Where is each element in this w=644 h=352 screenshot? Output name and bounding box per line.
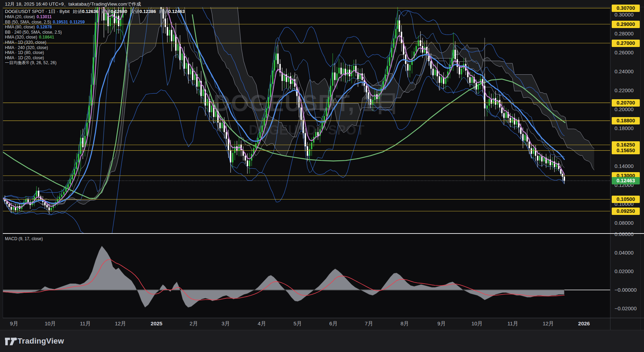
ohlc-value: 0.12680 bbox=[111, 9, 127, 14]
footer-bar: TradingView bbox=[0, 330, 644, 352]
time-label-month: 2月 bbox=[183, 318, 204, 329]
time-label-month: 9月 bbox=[431, 318, 452, 329]
time-label-month: 12月 bbox=[538, 318, 559, 329]
indicator-value: 0.19531 bbox=[53, 20, 68, 25]
ohlc-label: 高値 bbox=[101, 9, 111, 14]
indicator-label: HMA · 240 (320, close) bbox=[5, 45, 48, 50]
indicator-value: 0.18641 bbox=[39, 35, 54, 40]
price-level-badge: 0.20700 bbox=[612, 99, 640, 107]
indicator-label: 一目均衡表® (9, 26, 52, 26) bbox=[5, 60, 57, 65]
time-label-year: 2026 bbox=[573, 318, 595, 329]
macd-tick: 0.04000 bbox=[615, 250, 633, 256]
ohlc-value: 0.12463 bbox=[168, 9, 185, 14]
symbol-title: DOGEUSDT SPOT · 1日 · Bybit bbox=[5, 9, 69, 14]
price-axis[interactable]: 0.300000.280000.260000.240000.220000.200… bbox=[610, 0, 644, 330]
price-tick: 0.22000 bbox=[615, 87, 633, 94]
time-label-month: 5月 bbox=[287, 318, 308, 329]
indicator-value: 0.11259 bbox=[70, 20, 85, 25]
ohlc-label: 安値 bbox=[130, 9, 139, 14]
indicator-label: HMA · 1D (320, close) bbox=[5, 40, 46, 45]
time-label-year: 2025 bbox=[146, 318, 167, 329]
macd-legend-label[interactable]: MACD (9, 17, close) bbox=[5, 236, 43, 241]
price-level-badge: 0.10500 bbox=[612, 196, 640, 203]
legend-indicator-row[interactable]: BB (50, SMA, close, 2.5)0.195310.11259 bbox=[5, 20, 185, 25]
time-label-month: 10月 bbox=[466, 318, 487, 329]
time-label-month: 7月 bbox=[358, 318, 379, 329]
time-label-month: 12月 bbox=[110, 318, 131, 329]
time-label-month: 11月 bbox=[75, 318, 96, 329]
price-level-badge: 0.15650 bbox=[612, 147, 640, 154]
indicator-label: HMA (80, close) bbox=[5, 25, 35, 29]
legend-indicator-row[interactable]: HMA · 1D (80, close) bbox=[5, 50, 185, 55]
time-label-month: 8月 bbox=[394, 318, 415, 329]
price-level-badge: 0.09250 bbox=[612, 208, 640, 215]
indicator-label: HMA (320, close) bbox=[5, 35, 37, 40]
price-level-badge: 0.18800 bbox=[612, 117, 640, 124]
time-label-month: 10月 bbox=[40, 318, 61, 329]
price-tick: 0.20000 bbox=[615, 106, 633, 113]
legend-indicator-row[interactable]: HMA (80, close)0.12878 bbox=[5, 25, 185, 30]
price-tick: 0.28000 bbox=[615, 31, 633, 37]
ohlc-value: 0.12386 bbox=[139, 9, 156, 14]
legend-indicator-row[interactable]: HMA (320, close)0.18641 bbox=[5, 35, 185, 40]
tradingview-logo-icon[interactable] bbox=[4, 336, 18, 348]
indicator-label: BB · 240 (50, SMA, close, 2.5) bbox=[5, 30, 62, 35]
price-tick: 0.24000 bbox=[615, 68, 633, 75]
last-price-badge: 0.12463 bbox=[612, 177, 640, 184]
ohlc-label: 始値 bbox=[73, 9, 82, 14]
time-label-month: 9月 bbox=[4, 318, 25, 329]
price-level-badge: 0.29000 bbox=[612, 21, 640, 28]
price-level-badge: 0.30700 bbox=[612, 5, 640, 12]
price-tick: 0.18000 bbox=[615, 125, 633, 131]
indicator-label: HMA · 1D (80, close) bbox=[5, 50, 44, 55]
symbol-ohlc-row[interactable]: DOGEUSDT SPOT · 1日 · Bybit始値0.12636高値0.1… bbox=[5, 8, 185, 14]
time-axis[interactable]: 9月10月11月12月20252月3月4月5月6月7月8月9月10月11月12月… bbox=[3, 318, 610, 330]
indicator-label: HMA (20, close) bbox=[5, 14, 35, 19]
legend-indicator-row[interactable]: HMA (20, close)0.13011 bbox=[5, 14, 185, 20]
legend-indicator-row[interactable]: HMA · 1D (320, close) bbox=[5, 40, 185, 45]
price-tick: 0.14000 bbox=[615, 163, 633, 169]
legend-indicator-row[interactable]: BB · 240 (50, SMA, close, 2.5) bbox=[5, 30, 185, 35]
tradingview-chart-export: { "header": {"created_note": "12月 18, 20… bbox=[0, 0, 644, 352]
time-label-month: 11月 bbox=[502, 318, 523, 329]
price-tick: 0.26000 bbox=[615, 49, 633, 56]
macd-tick: 0.06000 bbox=[615, 231, 633, 237]
indicator-value: 0.13011 bbox=[36, 14, 52, 19]
indicator-legend[interactable]: DOGEUSDT SPOT · 1日 · Bybit始値0.12636高値0.1… bbox=[5, 8, 185, 66]
tradingview-brand-text[interactable]: TradingView bbox=[18, 337, 64, 346]
price-tick: 0.30000 bbox=[615, 12, 633, 18]
macd-tick: 0.02000 bbox=[615, 268, 633, 275]
price-level-badge: 0.27000 bbox=[612, 40, 640, 47]
indicator-value: 0.12878 bbox=[36, 25, 52, 29]
time-label-month: 6月 bbox=[323, 318, 344, 329]
legend-indicator-row[interactable]: HMA · 1D (20, close) bbox=[5, 55, 185, 61]
ohlc-label: 終値 bbox=[159, 9, 168, 14]
time-label-month: 4月 bbox=[251, 318, 272, 329]
price-tick: 0.08000 bbox=[615, 220, 633, 226]
indicator-label: BB (50, SMA, close, 2.5) bbox=[5, 20, 51, 25]
legend-indicator-row[interactable]: HMA · 240 (320, close) bbox=[5, 45, 185, 50]
macd-tick: −0.00000 bbox=[615, 287, 637, 293]
time-label-month: 3月 bbox=[215, 318, 236, 329]
indicator-label: HMA · 1D (20, close) bbox=[5, 55, 44, 60]
macd-tick: −0.02000 bbox=[615, 305, 637, 312]
legend-indicator-row[interactable]: 一目均衡表® (9, 26, 52, 26) bbox=[5, 60, 185, 66]
ohlc-value: 0.12636 bbox=[82, 9, 98, 14]
